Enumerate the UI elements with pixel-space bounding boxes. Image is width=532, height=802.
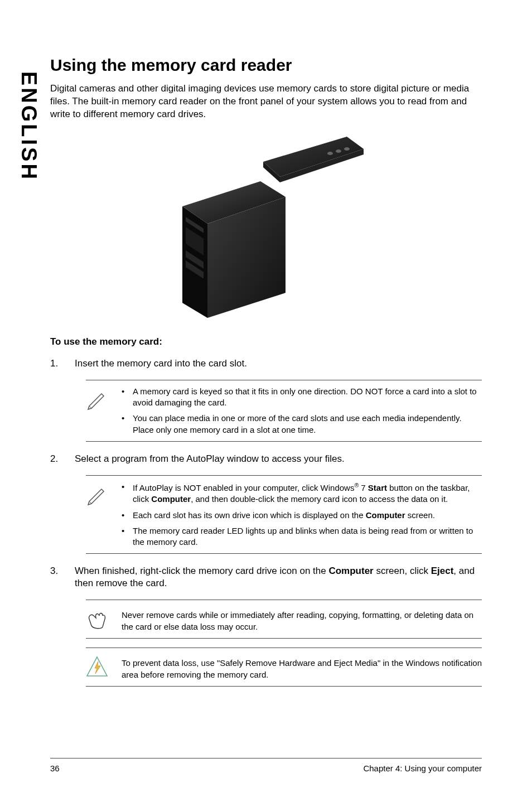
- pencil-icon: [86, 481, 112, 548]
- note4-text: To prevent data loss, use "Safely Remove…: [122, 654, 482, 680]
- page-number: 36: [50, 764, 60, 773]
- step-1: 1. Insert the memory card into the card …: [50, 357, 482, 370]
- note2-b2-post: screen.: [405, 510, 435, 520]
- note2-b1-mid1: 7: [359, 483, 368, 492]
- note-block-2: • If AutoPlay is NOT enabled in your com…: [86, 475, 482, 554]
- step-1-number: 1.: [50, 357, 75, 370]
- note2-b2-bold: Computer: [366, 510, 405, 520]
- registered-mark: ®: [354, 482, 359, 489]
- note2-b1-post: , and then double-click the memory card …: [191, 494, 448, 504]
- procedure-heading: To use the memory card:: [50, 336, 482, 347]
- note1-bullet-2: •You can place media in one or more of t…: [122, 413, 482, 436]
- step-2-number: 2.: [50, 453, 75, 465]
- step-3-number: 3.: [50, 565, 75, 590]
- note2-bullet-2: • Each card slot has its own drive icon …: [122, 510, 482, 521]
- page-title: Using the memory card reader: [50, 56, 482, 75]
- pencil-icon: [86, 386, 112, 436]
- chapter-label: Chapter 4: Using your computer: [363, 764, 482, 773]
- hand-icon: [86, 606, 112, 632]
- svg-point-5: [344, 147, 350, 151]
- page-footer: 36 Chapter 4: Using your computer: [50, 764, 482, 773]
- note2-bullet-1: • If AutoPlay is NOT enabled in your com…: [122, 481, 482, 505]
- intro-paragraph: Digital cameras and other digital imagin…: [50, 83, 482, 121]
- note1-bullet-2-text: You can place media in one or more of th…: [133, 413, 482, 436]
- step-3: 3. When finished, right-click the memory…: [50, 565, 482, 590]
- step-1-text: Insert the memory card into the card slo…: [75, 357, 482, 370]
- note2-b3-text: The memory card reader LED lights up and…: [133, 525, 482, 548]
- note2-bullet-3: •The memory card reader LED lights up an…: [122, 525, 482, 548]
- note1-bullet-1-text: A memory card is keyed so that it fits i…: [133, 386, 482, 409]
- note3-text: Never remove cards while or immediately …: [122, 606, 482, 632]
- note-block-3: Never remove cards while or immediately …: [86, 600, 482, 639]
- side-language-label: ENGLISH: [17, 71, 41, 181]
- caution-lightning-icon: [86, 654, 112, 680]
- step-3-text: When finished, right-click the memory ca…: [75, 565, 482, 590]
- svg-point-4: [336, 149, 341, 153]
- note-block-1: •A memory card is keyed so that it fits …: [86, 380, 482, 442]
- footer-rule: [50, 758, 482, 758]
- note1-bullet-1: •A memory card is keyed so that it fits …: [122, 386, 482, 409]
- note2-b1-pre: If AutoPlay is NOT enabled in your compu…: [133, 483, 354, 492]
- svg-point-3: [327, 152, 333, 155]
- note-block-4: To prevent data loss, use "Safely Remove…: [86, 648, 482, 687]
- note2-b1-bold1: Start: [368, 483, 387, 492]
- step-2: 2. Select a program from the AutoPlay wi…: [50, 453, 482, 465]
- side-language-text: ENGLISH: [17, 71, 41, 181]
- note2-b2-pre: Each card slot has its own drive icon wh…: [133, 510, 366, 520]
- product-illustration: [166, 131, 366, 321]
- step-2-text: Select a program from the AutoPlay windo…: [75, 453, 482, 465]
- note2-b1-bold2: Computer: [151, 494, 191, 504]
